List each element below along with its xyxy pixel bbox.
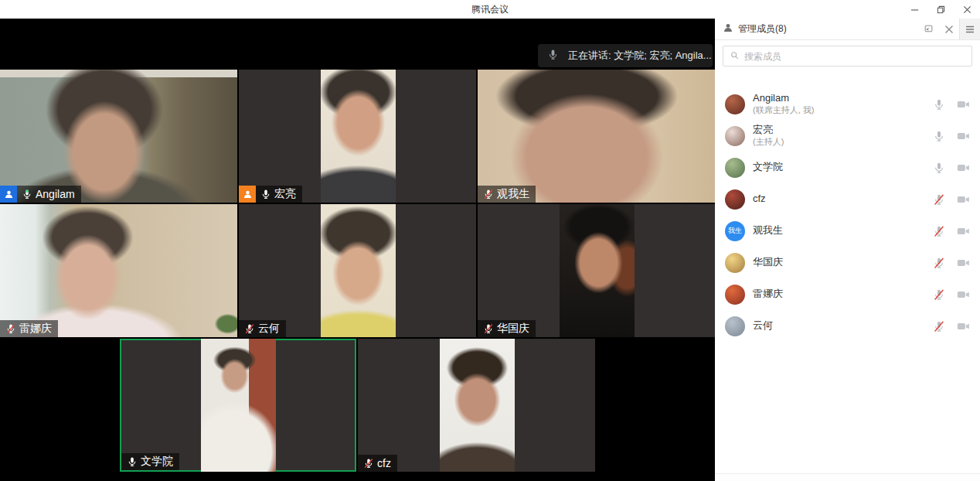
member-name: 文学院: [753, 162, 933, 173]
member-name: 雷娜庆: [753, 288, 933, 300]
member-controls: [933, 162, 970, 174]
member-search[interactable]: [723, 46, 972, 67]
window-close-icon[interactable]: [954, 0, 980, 19]
video-tile-Angilam[interactable]: Angilam: [0, 70, 237, 203]
member-role: (联席主持人, 我): [753, 105, 933, 115]
camera-icon[interactable]: [957, 131, 970, 141]
member-panel: 管理成员(8) Angilam(联席主持人, 我): [715, 19, 980, 481]
participant-name: Angilam: [36, 188, 75, 200]
video-tile-文学院[interactable]: 文学院: [120, 339, 356, 472]
member-row-cfz[interactable]: cfz: [715, 183, 980, 215]
video-tile-cfz[interactable]: cfz: [358, 339, 595, 472]
window-titlebar: 腾讯会议: [0, 0, 980, 19]
camera-icon[interactable]: [957, 195, 970, 204]
member-text: 华国庆: [753, 257, 933, 268]
panel-footer-divider: [715, 473, 980, 481]
member-text: Angilam(联席主持人, 我): [753, 93, 933, 115]
member-text: 雷娜庆: [753, 288, 933, 300]
member-row-雷娜庆[interactable]: 雷娜庆: [715, 278, 980, 310]
participant-name: 宏亮: [274, 187, 296, 201]
member-panel-header: 管理成员(8): [715, 19, 980, 40]
mic-icon: [547, 49, 559, 63]
member-text: 观我生: [753, 225, 933, 237]
participant-name: 雷娜庆: [19, 322, 52, 336]
avatar: [725, 158, 745, 178]
members-icon: [723, 22, 733, 36]
mic-muted-icon[interactable]: [933, 320, 945, 333]
member-row-Angilam[interactable]: Angilam(联席主持人, 我): [715, 88, 980, 120]
member-name: cfz: [753, 193, 933, 205]
member-controls: [933, 320, 970, 333]
tile-nameplate: 雷娜庆: [0, 320, 58, 337]
video-tile-华国庆[interactable]: 华国庆: [478, 204, 715, 337]
member-row-云何[interactable]: 云何: [715, 310, 980, 342]
member-controls: [933, 257, 970, 269]
active-speaker-banner: 正在讲话: 文学院; 宏亮; Angila...: [538, 44, 713, 67]
member-controls: [933, 130, 970, 142]
close-icon[interactable]: [939, 19, 959, 39]
active-speaker-text: 正在讲话: 文学院; 宏亮; Angila...: [568, 49, 712, 63]
video-tile-雷娜庆[interactable]: 雷娜庆: [0, 204, 237, 337]
mic-on-icon[interactable]: [933, 130, 945, 142]
member-name: 华国庆: [753, 257, 933, 268]
mic-muted-icon: [5, 323, 16, 334]
mic-muted-icon: [244, 323, 255, 334]
tile-nameplate: 云何: [239, 320, 286, 337]
restore-icon[interactable]: [927, 0, 954, 19]
member-role: (主持人): [753, 137, 933, 147]
member-row-宏亮[interactable]: 宏亮(主持人): [715, 120, 980, 152]
cohost-badge-icon: [0, 186, 17, 203]
tile-nameplate: Angilam: [0, 186, 81, 203]
member-panel-title: 管理成员(8): [738, 22, 787, 36]
video-feed: [478, 70, 715, 203]
video-grid: 正在讲话: 文学院; 宏亮; Angila... Angilam 宏亮 观我生 …: [0, 19, 715, 481]
search-input[interactable]: [744, 51, 965, 62]
search-icon: [730, 49, 740, 63]
member-row-文学院[interactable]: 文学院: [715, 152, 980, 183]
mic-muted-icon[interactable]: [933, 288, 945, 301]
avatar: [725, 126, 745, 146]
video-tile-云何[interactable]: 云何: [239, 204, 476, 337]
video-feed: [201, 339, 276, 472]
member-name: 宏亮: [753, 125, 933, 136]
tile-nameplate: 宏亮: [239, 186, 302, 203]
member-row-观我生[interactable]: 我生观我生: [715, 215, 980, 247]
video-feed: [321, 204, 396, 337]
avatar: [725, 94, 745, 114]
mic-muted-icon[interactable]: [933, 225, 945, 237]
member-list: Angilam(联席主持人, 我) 宏亮(主持人) 文学院 cfz 我生观我生 …: [715, 88, 980, 473]
member-controls: [933, 98, 970, 111]
camera-icon[interactable]: [957, 227, 970, 236]
hamburger-menu-icon[interactable]: [959, 19, 980, 39]
host-badge-icon: [239, 186, 256, 203]
camera-icon[interactable]: [957, 258, 970, 268]
participant-name: 云何: [258, 322, 280, 336]
window-title: 腾讯会议: [471, 3, 509, 16]
camera-icon[interactable]: [957, 100, 970, 109]
mic-muted-icon: [363, 458, 374, 469]
participant-name: 观我生: [497, 187, 529, 201]
participant-name: 文学院: [141, 455, 173, 469]
camera-icon[interactable]: [957, 290, 970, 299]
mic-on-icon[interactable]: [933, 98, 945, 111]
member-text: 文学院: [753, 162, 933, 173]
member-text: 宏亮(主持人): [753, 125, 933, 147]
video-feed: [440, 339, 515, 472]
tile-nameplate: 华国庆: [478, 320, 536, 337]
minimize-icon[interactable]: [901, 0, 927, 19]
tile-nameplate: cfz: [358, 455, 397, 472]
video-tile-宏亮[interactable]: 宏亮: [239, 70, 476, 203]
member-row-华国庆[interactable]: 华国庆: [715, 247, 980, 278]
video-tile-观我生[interactable]: 观我生: [478, 70, 715, 203]
avatar: 我生: [725, 221, 745, 241]
participant-name: 华国庆: [497, 322, 529, 336]
mic-on-icon[interactable]: [933, 162, 945, 174]
mic-muted-icon[interactable]: [933, 193, 945, 206]
camera-icon[interactable]: [957, 322, 970, 331]
mic-muted-icon[interactable]: [933, 257, 945, 269]
popout-panel-icon[interactable]: [918, 19, 939, 39]
camera-icon[interactable]: [957, 163, 970, 172]
window-controls: [901, 0, 980, 19]
video-feed: [321, 70, 396, 203]
avatar: [725, 285, 745, 305]
